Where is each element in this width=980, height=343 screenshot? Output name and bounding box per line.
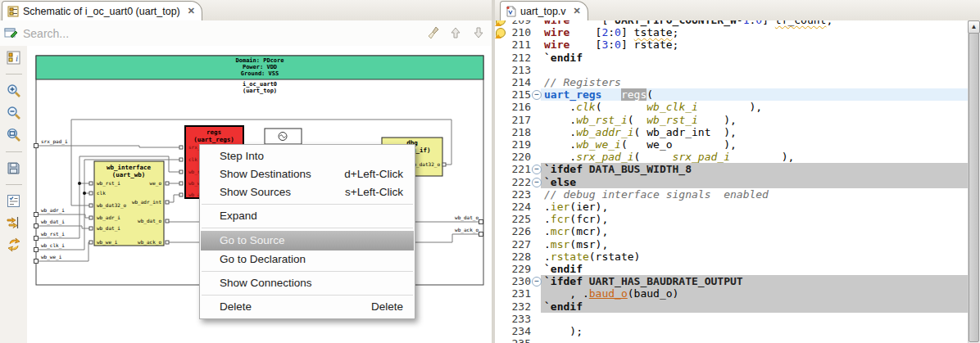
menu-item-expand[interactable]: Expand [201,207,414,225]
menu-separator [202,295,413,296]
svg-text:i: i [16,53,18,63]
menu-item-accelerator: d+Left-Click [344,165,403,183]
line-number: 216 [503,101,531,113]
line-number: 222 [503,176,531,188]
refresh-icon[interactable] [7,237,21,252]
line-number: 223 [503,188,531,201]
panel-splitter[interactable] [492,0,495,343]
line-number: 229 [503,263,531,275]
menu-item-show-connections[interactable]: Show Connections [201,274,414,292]
code-line[interactable]: .ier(ier), [544,201,969,213]
line-number: 233 [503,313,531,325]
line-number: 225 [503,213,531,225]
editor-scrollbar[interactable]: ▲ [968,20,980,343]
code-line[interactable]: `else [544,176,969,188]
code-line[interactable]: .srx_pad_i( srx_pad_i ), [544,151,969,163]
line-number: 219 [503,138,531,151]
line-number: 221 [503,163,531,175]
line-number: 209 [503,20,531,26]
code-line[interactable]: .rstate(rstate) [544,250,969,263]
code-line[interactable]: `ifdef DATA_BUS_WIDTH_8 [544,163,969,175]
verilog-file-icon [506,6,516,17]
code-line[interactable]: `endif [544,263,969,275]
menu-item-accelerator: s+Left-Click [345,183,403,201]
trace-signals-icon[interactable] [6,215,21,230]
menu-separator [202,271,413,272]
schematic-search-toolbar [0,20,492,47]
code-line[interactable]: .msr(msr), [544,238,969,250]
eda-workbench: Schematic of i_oc_uart0 (uart_top) ✕ i [0,0,980,343]
zoom-in-icon[interactable] [7,83,21,98]
code-line[interactable]: .clk( wb_clk_i ), [544,101,969,113]
schematic-tab-icon [7,6,19,17]
context-menu: Step IntoShow Destinationsd+Left-ClickSh… [199,144,415,319]
line-number: 217 [503,114,531,126]
code-line[interactable]: .mcr(mcr), [544,225,969,237]
arrow-up-icon[interactable] [448,25,463,40]
code-line[interactable]: wire [2:0] tstate; [544,26,969,38]
menu-item-label: Show Destinations [220,165,311,183]
zoom-fit-icon[interactable] [7,128,21,142]
line-number: 230 [503,275,531,287]
toolbar-separator [6,184,22,185]
line-number: 232 [503,300,531,313]
line-number: 215 [503,88,531,101]
line-number: 210 [503,26,531,38]
line-number: 213 [503,64,531,76]
menu-separator [202,228,413,228]
code-line[interactable]: // debug interface signals enabled [544,188,969,201]
editor-tabbar: uart_top.v ✕ [495,0,980,21]
code-line[interactable]: `ifdef UART_HAS_BAUDRATE_OUTPUT [544,275,969,287]
menu-item-label: Go to Source [220,231,285,250]
edit-annotate-icon[interactable] [4,25,19,40]
code-line[interactable]: ); [544,325,969,337]
line-number: 214 [503,76,531,88]
line-number: 224 [503,201,531,213]
fold-collapse-icon[interactable]: − [532,178,542,187]
line-number: 234 [503,325,531,337]
code-line[interactable]: .fcr(fcr), [544,213,969,225]
menu-item-step-into[interactable]: Step Into [201,147,414,165]
line-number: 231 [503,287,531,300]
code-line[interactable]: `endif [544,300,969,313]
menu-separator [202,204,413,205]
code-line[interactable]: .wb_addr_i( wb_adr_int ), [544,126,969,138]
code-line[interactable]: .wb_we_i( we_o ), [544,138,969,151]
schematic-vertical-toolbar: i [0,46,28,343]
toolbar-separator [6,74,22,74]
code-line[interactable]: `endif [544,52,969,64]
close-icon[interactable]: ✕ [574,6,581,16]
menu-item-accelerator: Delete [371,298,403,316]
zoom-out-icon[interactable] [7,106,21,120]
menu-item-label: Expand [220,207,257,225]
code-line[interactable]: // Registers [544,76,969,88]
scroll-up-button[interactable]: ▲ [968,20,980,34]
broom-clear-icon[interactable] [426,25,441,40]
menu-item-show-destinations[interactable]: Show Destinationsd+Left-Click [201,165,414,183]
menu-item-show-sources[interactable]: Show Sourcess+Left-Click [201,183,414,201]
line-number: 212 [503,52,531,64]
options-list-icon[interactable] [7,194,20,208]
scrollbar-thumb[interactable] [969,33,979,342]
code-line[interactable]: wire [ UART_FIFO_COUNTER_W-1:0] tf_count… [544,20,969,26]
close-icon[interactable]: ✕ [188,6,195,16]
menu-item-label: Show Sources [220,183,291,201]
toolbar-separator [6,151,22,152]
search-input[interactable] [21,24,402,43]
menu-item-go-to-declaration[interactable]: Go to Declaration [201,250,414,269]
schematic-tabbar: Schematic of i_oc_uart0 (uart_top) ✕ [0,0,492,21]
tab-editor-label: uart_top.v [520,6,566,17]
code-line[interactable]: uart_regs regs( [544,88,969,101]
menu-item-go-to-source[interactable]: Go to Source [201,231,414,250]
menu-item-delete[interactable]: DeleteDelete [201,298,414,316]
blocks-info-icon[interactable]: i [7,51,20,65]
code-line[interactable]: , .baud_o(baud_o) [544,287,969,300]
arrow-down-icon[interactable] [471,25,486,40]
code-line[interactable]: .wb_rst_i( wb_rst_i ), [544,114,969,126]
code-editor[interactable]: 209wire [ UART_FIFO_COUNTER_W-1:0] tf_co… [495,20,980,343]
tab-schematic[interactable]: Schematic of i_oc_uart0 (uart_top) ✕ [2,1,202,20]
menu-item-label: Delete [220,298,252,316]
save-icon[interactable] [7,161,20,175]
tab-uart-top-v[interactable]: uart_top.v ✕ [500,1,588,20]
code-line[interactable]: wire [3:0] rstate; [544,38,969,51]
